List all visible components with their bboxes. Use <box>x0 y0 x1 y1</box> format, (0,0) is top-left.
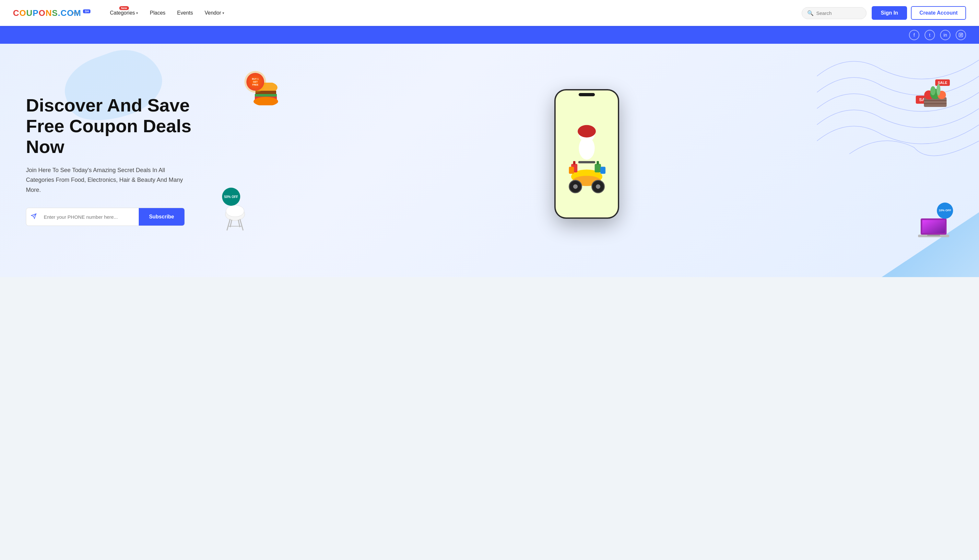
search-icon: 🔍 <box>807 10 814 16</box>
phone-mockup <box>554 89 619 219</box>
svg-rect-45 <box>927 235 940 236</box>
nav-links: New Categories ▾ Places Events Vendor ▾ <box>110 10 802 16</box>
buy1-free-badge: BUY 1GETFREE <box>246 73 264 91</box>
instagram-icon[interactable] <box>956 30 966 40</box>
svg-rect-16 <box>573 161 575 165</box>
linkedin-icon[interactable]: in <box>940 30 951 40</box>
hero-subtitle: Join Here To See Today's Amazing Secret … <box>26 165 195 195</box>
veggies-float <box>921 83 950 113</box>
nav-places[interactable]: Places <box>150 10 165 16</box>
navbar: COUPONS.COM Beta SH New Categories ▾ Pla… <box>0 0 979 26</box>
search-input[interactable] <box>816 10 861 16</box>
svg-rect-23 <box>255 94 277 97</box>
chevron-down-icon: ▾ <box>222 11 224 15</box>
phone-icon <box>26 213 41 221</box>
social-banner: f t in <box>0 26 979 44</box>
logo-badge: SH <box>83 9 90 13</box>
hero-title: Discover And Save Free Coupon Deals Now <box>26 95 220 158</box>
svg-rect-19 <box>569 167 574 174</box>
hero-section: Discover And Save Free Coupon Deals Now … <box>0 44 979 277</box>
phone-notch <box>579 93 595 96</box>
hero-left: Discover And Save Free Coupon Deals Now … <box>26 95 220 226</box>
subscribe-button[interactable]: Subscribe <box>139 208 185 225</box>
svg-line-36 <box>227 219 230 230</box>
svg-point-32 <box>931 86 936 95</box>
svg-rect-43 <box>922 220 945 233</box>
svg-rect-20 <box>600 167 605 174</box>
svg-point-12 <box>573 184 578 189</box>
new-badge: New <box>119 6 129 10</box>
svg-point-2 <box>961 33 962 34</box>
create-account-button[interactable]: Create Account <box>911 6 966 20</box>
svg-point-35 <box>226 205 244 217</box>
svg-rect-22 <box>255 91 276 94</box>
beta-label: Beta <box>73 11 79 15</box>
signin-button[interactable]: Sign In <box>872 6 907 20</box>
subscribe-box: Subscribe <box>26 208 185 226</box>
nav-vendor[interactable]: Vendor ▾ <box>205 10 224 16</box>
svg-line-37 <box>240 219 243 230</box>
fifty-off-badge: 50% OFF <box>222 188 240 206</box>
svg-rect-17 <box>595 164 601 172</box>
svg-point-13 <box>596 184 600 189</box>
svg-point-1 <box>960 34 962 36</box>
nav-events[interactable]: Events <box>177 10 193 16</box>
hero-right: BUY 1GETFREE SALE SALE <box>220 63 953 258</box>
phone-input[interactable] <box>41 208 139 225</box>
nav-categories[interactable]: New Categories ▾ <box>110 10 138 16</box>
ten-off-badge: 10% OFF <box>937 203 953 219</box>
search-bar[interactable]: 🔍 <box>802 7 867 19</box>
phone-screen <box>555 90 618 217</box>
chair-float <box>223 203 246 238</box>
chevron-down-icon: ▾ <box>136 11 138 15</box>
twitter-icon[interactable]: t <box>924 30 935 40</box>
svg-rect-18 <box>597 161 599 165</box>
logo-text: COUPONS.COM <box>13 8 81 18</box>
svg-point-33 <box>937 84 941 96</box>
svg-point-7 <box>578 125 596 138</box>
logo[interactable]: COUPONS.COM Beta SH <box>13 8 90 18</box>
facebook-icon[interactable]: f <box>909 30 919 40</box>
svg-rect-0 <box>959 33 963 37</box>
svg-rect-14 <box>578 161 595 163</box>
laptop-float <box>917 217 950 245</box>
